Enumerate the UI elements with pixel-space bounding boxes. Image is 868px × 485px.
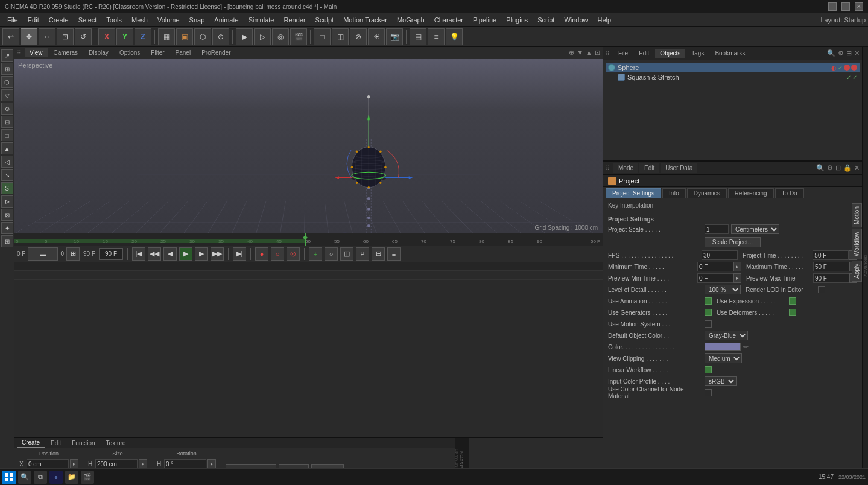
left-tool-7[interactable]: □	[1, 129, 13, 141]
input-color-profile-dropdown[interactable]: sRGB	[705, 376, 737, 386]
minimize-button[interactable]: —	[828, 2, 837, 11]
toolbar-btn-view2[interactable]: ◫	[332, 28, 349, 45]
menu-plugins[interactable]: Plugins	[501, 15, 533, 25]
use-deformers-checkbox[interactable]	[789, 309, 796, 316]
bl-tab-edit[interactable]: Edit	[46, 439, 66, 448]
vp-tab-filter[interactable]: Filter	[146, 48, 169, 57]
render-lod-checkbox[interactable]	[818, 286, 825, 293]
menu-render[interactable]: Render	[279, 15, 310, 25]
vp-tab-cameras[interactable]: Cameras	[49, 48, 83, 57]
attr-tab-edit[interactable]: Edit	[639, 163, 659, 173]
preview-min-input[interactable]	[697, 273, 733, 283]
obj-tab-tags[interactable]: Tags	[686, 49, 709, 58]
left-tool-10[interactable]: ↘	[1, 169, 13, 181]
menu-animate[interactable]: Animate	[209, 15, 243, 25]
menu-pipeline[interactable]: Pipeline	[468, 15, 501, 25]
layout-selector[interactable]: Layout: Startup	[820, 16, 866, 24]
toolbar-btn-camera[interactable]: 📷	[386, 28, 403, 45]
attr-expand-icon[interactable]: ⊞	[835, 164, 841, 172]
taskview-button[interactable]: ⧉	[34, 471, 47, 484]
menu-select[interactable]: Select	[74, 15, 102, 25]
size-h-input[interactable]	[95, 459, 138, 469]
left-tool-15[interactable]: ⊞	[1, 235, 13, 247]
start-button[interactable]	[2, 471, 16, 484]
vp-icon-4[interactable]: ⊡	[595, 49, 600, 57]
explorer-taskbar-button[interactable]: 📁	[65, 471, 78, 484]
scale-project-button[interactable]: Scale Project...	[705, 237, 761, 247]
preview-max-input[interactable]	[813, 273, 849, 283]
attr-tab-mode[interactable]: Mode	[613, 163, 638, 173]
vp-tab-panel[interactable]: Panel	[171, 48, 196, 57]
lod-dropdown[interactable]: 100 %	[705, 285, 741, 294]
vp-tab-display[interactable]: Display	[84, 48, 113, 57]
toolbar-btn-grid[interactable]: ▦	[158, 28, 175, 45]
project-time-input[interactable]	[813, 250, 849, 260]
left-tool-8[interactable]: ▲	[1, 142, 13, 154]
squash-vis-icon[interactable]: ✓	[846, 74, 851, 81]
left-tool-3[interactable]: ⬡	[1, 76, 13, 88]
tc-btn-play-end[interactable]: ⊞	[66, 247, 80, 261]
search-taskbar-button[interactable]: 🔍	[18, 471, 31, 484]
menu-motion-tracker[interactable]: Motion Tracker	[338, 15, 392, 25]
use-animation-checkbox[interactable]	[705, 297, 712, 305]
toolbar-btn-bulb[interactable]: 💡	[446, 28, 463, 45]
use-generators-checkbox[interactable]	[705, 309, 712, 316]
motion-tab[interactable]: Motion	[852, 211, 862, 227]
menu-simulate[interactable]: Simulate	[244, 15, 279, 25]
use-expression-checkbox[interactable]	[789, 297, 796, 305]
menu-mesh[interactable]: Mesh	[127, 15, 153, 25]
size-h-stepper[interactable]: ▸	[139, 459, 147, 469]
project-scale-unit[interactable]: Centimeters	[731, 224, 779, 234]
sphere-dot-2[interactable]	[851, 65, 857, 71]
bl-tab-function[interactable]: Function	[67, 439, 100, 448]
toolbar-btn-snap2[interactable]: ≡	[428, 28, 445, 45]
tc-btn-range[interactable]: ▬	[28, 247, 58, 261]
edge-taskbar-button[interactable]: e	[49, 471, 63, 484]
fps-input[interactable]	[702, 250, 738, 260]
menu-help[interactable]: Help	[593, 15, 616, 25]
obj-tab-file[interactable]: File	[613, 49, 633, 58]
left-tool-12[interactable]: ⊳	[1, 195, 13, 208]
vp-icon-3[interactable]: ▲	[586, 49, 592, 57]
maximize-button[interactable]: □	[841, 2, 850, 11]
vp-tab-view[interactable]: View	[25, 48, 48, 57]
toolbar-btn-anim2[interactable]: ▷	[254, 28, 271, 45]
close-button[interactable]: ✕	[855, 2, 863, 11]
left-tool-14[interactable]: ✦	[1, 222, 13, 234]
toolbar-btn-rotate[interactable]: ↺	[75, 28, 92, 45]
preview-min-stepper[interactable]: ▸	[733, 273, 741, 283]
tc-btn-del-key[interactable]: ○	[325, 247, 338, 261]
attr-tab-user-data[interactable]: User Data	[661, 163, 697, 173]
tc-btn-play[interactable]: ▶	[179, 247, 192, 261]
obj-row-sphere[interactable]: Sphere ◐ ✓	[606, 63, 860, 72]
squash-render-icon[interactable]: ✓	[852, 74, 857, 81]
max-time-input[interactable]	[813, 262, 849, 271]
vp-tab-options[interactable]: Options	[115, 48, 145, 57]
min-time-input[interactable]	[697, 262, 733, 271]
menu-edit[interactable]: Edit	[23, 15, 44, 25]
toolbar-btn-poly[interactable]: ▣	[176, 28, 193, 45]
toolbar-btn-move[interactable]: ↔	[39, 28, 55, 45]
left-tool-4[interactable]: ▽	[1, 89, 13, 101]
toolbar-btn-scale[interactable]: ⊡	[57, 28, 74, 45]
toolbar-btn-anim3[interactable]: ◎	[272, 28, 289, 45]
rot-h-stepper[interactable]: ▸	[207, 459, 216, 469]
bl-tab-create[interactable]: Create	[17, 438, 45, 448]
menu-tools[interactable]: Tools	[101, 15, 127, 25]
tc-btn-motion4[interactable]: ≡	[387, 247, 401, 261]
obj-tab-objects[interactable]: Objects	[655, 49, 685, 58]
toolbar-btn-light[interactable]: ☀	[368, 28, 385, 45]
use-motion-system-checkbox[interactable]	[705, 320, 712, 328]
menu-volume[interactable]: Volume	[153, 15, 185, 25]
color-swatch[interactable]	[705, 343, 741, 351]
sphere-vis-icon[interactable]: ◐	[831, 65, 837, 71]
toolbar-btn-anim1[interactable]: ▶	[236, 28, 253, 45]
rot-h-input[interactable]	[164, 459, 206, 469]
3d-viewport[interactable]: Perspective	[14, 59, 603, 233]
toolbar-btn-deform[interactable]: ⊙	[212, 28, 229, 45]
menu-character[interactable]: Character	[429, 15, 468, 25]
attr-close-icon[interactable]: ✕	[854, 164, 860, 172]
tc-btn-motion2[interactable]: P	[356, 247, 369, 261]
menu-snap[interactable]: Snap	[185, 15, 210, 25]
tc-btn-key-all[interactable]: ◎	[287, 247, 300, 261]
